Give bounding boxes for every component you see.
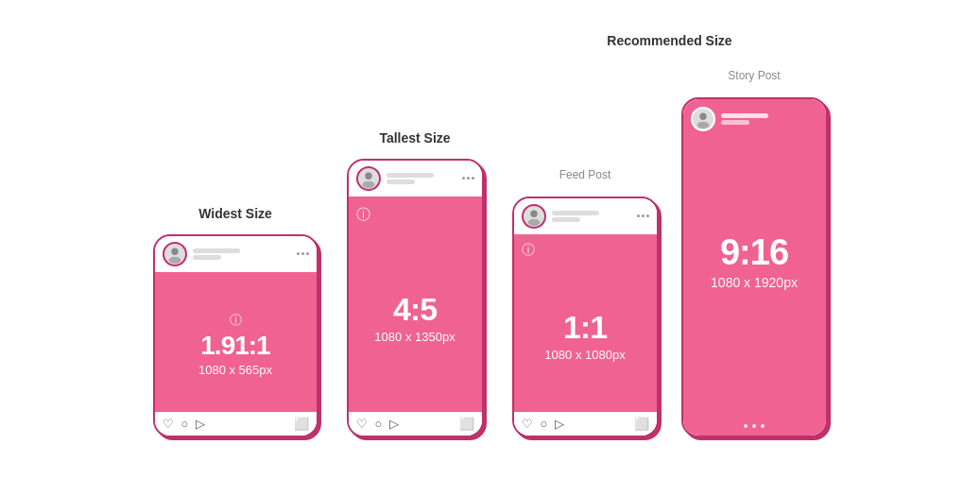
dot-2 [642,214,645,217]
widest-line-2 [193,255,221,260]
bookmark-icon: ⬜ [294,417,309,431]
widest-label: Widest Size [198,206,272,221]
story-column: Story Post [681,69,828,437]
tallest-header [349,161,482,197]
dot-2 [301,252,304,255]
story-content: 9:16 1080 x 1920px [683,135,826,417]
feed-footer-icons: ♡ ○ ▷ [522,417,565,431]
svg-point-1 [168,256,181,263]
share-icon: ▷ [196,417,205,431]
comment-icon: ○ [375,417,383,431]
tallest-footer: ♡ ○ ▷ ⬜ [349,412,482,436]
story-footer-dots [683,417,826,436]
dot-1 [297,252,300,255]
tallest-ratio: 4:5 [393,291,437,328]
widest-dots [297,252,309,255]
heart-icon: ♡ [163,417,174,431]
comment-icon: ○ [541,417,548,431]
feed-header-text [552,211,631,222]
dot-3 [306,252,309,255]
feed-column: Feed Post [512,168,659,437]
dot-3 [472,177,474,180]
tallest-phone: ⓘ 4:5 1080 x 1350px ♡ ○ ▷ ⬜ [347,159,484,437]
widest-header-text [193,248,291,260]
heart-icon: ♡ [356,417,368,431]
feed-avatar [522,204,546,229]
recommended-label: Recommended Size [607,33,731,48]
tallest-line-2 [387,180,415,184]
story-ratio: 9:16 [720,232,788,273]
widest-line-1 [193,248,240,253]
svg-point-4 [530,210,537,216]
widest-image: ⓘ 1.91:1 1080 x 565px [155,272,317,412]
comment-icon: ○ [181,417,189,431]
feed-dimensions: 1080 x 1080px [544,348,625,362]
widest-header [155,236,317,272]
feed-label: Feed Post [559,168,611,181]
tallest-header-text [387,173,456,184]
svg-point-2 [365,172,371,179]
story-header [683,99,826,135]
tallest-dimensions: 1080 x 1350px [374,330,455,344]
widest-phone: ⓘ 1.91:1 1080 x 565px ♡ ○ ▷ ⬜ [153,234,318,437]
story-avatar [691,107,715,131]
feed-line-2 [552,217,580,222]
feed-line-1 [552,211,599,215]
widest-footer: ♡ ○ ▷ ⬜ [155,412,317,436]
feed-footer: ♡ ○ ▷ ⬜ [514,412,657,436]
story-phone: 9:16 1080 x 1920px [681,97,828,437]
story-header-text [721,113,818,125]
story-line-2 [721,120,749,125]
dot-3 [646,214,649,217]
svg-point-7 [696,121,709,128]
feed-phone: ⓘ 1:1 1080 x 1080px ♡ ○ ▷ ⬜ [512,197,659,437]
feed-header [514,198,657,234]
tallest-image: ⓘ 4:5 1080 x 1350px [349,197,482,412]
feed-image: ⓘ 1:1 1080 x 1080px [514,234,657,412]
bookmark-icon: ⬜ [459,417,474,431]
share-icon: ▷ [389,417,399,431]
tallest-section: Tallest Size [347,130,484,437]
tallest-dots [462,177,474,180]
tallest-label: Tallest Size [379,130,450,145]
svg-point-0 [171,248,178,254]
dot-1 [462,177,465,180]
recommended-section: Recommended Size Feed Post [512,33,828,437]
feed-dots [637,214,649,217]
widest-ratio: 1.91:1 [200,331,269,361]
story-dimensions: 1080 x 1920px [711,275,798,290]
widest-avatar [163,242,187,266]
story-label: Story Post [728,69,780,82]
dot-2 [467,177,470,180]
recommended-inner: Feed Post [512,69,828,437]
tallest-line-1 [387,173,434,178]
feed-ratio: 1:1 [563,309,607,346]
widest-section: Widest Size [153,206,318,437]
tallest-footer-icons: ♡ ○ ▷ [356,417,400,431]
dot-1 [637,214,640,217]
svg-point-6 [699,112,706,119]
share-icon: ▷ [555,417,564,431]
main-container: Widest Size [0,14,980,466]
tallest-avatar [356,166,381,191]
story-line-1 [721,113,768,118]
heart-icon: ♡ [522,417,533,431]
bookmark-icon: ⬜ [634,417,649,431]
svg-point-3 [362,180,374,187]
svg-point-5 [527,218,540,225]
widest-footer-icons: ♡ ○ ▷ [163,417,206,431]
widest-dimensions: 1080 x 565px [198,363,272,377]
